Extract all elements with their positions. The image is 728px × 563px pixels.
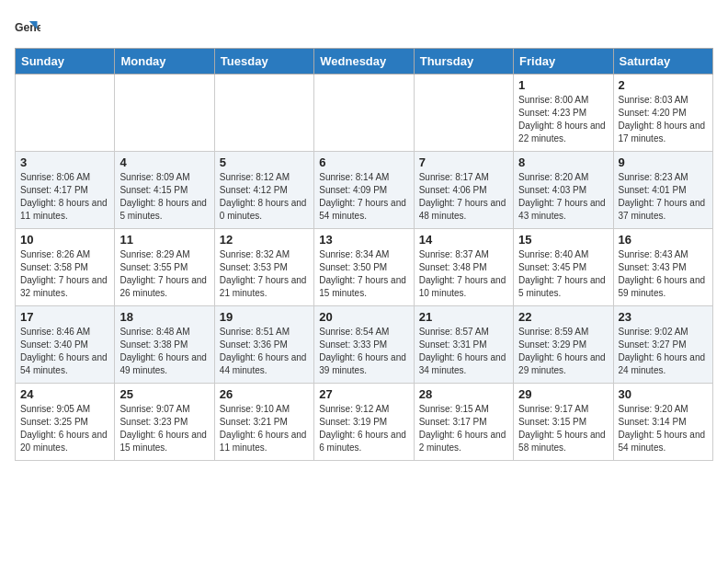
day-info: Sunrise: 8:37 AM Sunset: 3:48 PM Dayligh… — [419, 248, 508, 300]
calendar-cell: 30Sunrise: 9:20 AM Sunset: 3:14 PM Dayli… — [613, 384, 712, 461]
day-info: Sunrise: 8:17 AM Sunset: 4:06 PM Dayligh… — [419, 171, 508, 223]
calendar-week-3: 10Sunrise: 8:26 AM Sunset: 3:58 PM Dayli… — [16, 229, 713, 306]
logo-icon: General — [15, 15, 40, 40]
day-info: Sunrise: 9:07 AM Sunset: 3:23 PM Dayligh… — [119, 403, 209, 454]
day-number: 18 — [119, 310, 209, 324]
calendar-cell: 2Sunrise: 8:03 AM Sunset: 4:20 PM Daylig… — [613, 75, 712, 152]
calendar-cell: 14Sunrise: 8:37 AM Sunset: 3:48 PM Dayli… — [414, 229, 513, 306]
calendar-cell: 7Sunrise: 8:17 AM Sunset: 4:06 PM Daylig… — [414, 152, 513, 229]
day-number: 13 — [319, 233, 408, 247]
calendar-cell: 18Sunrise: 8:48 AM Sunset: 3:38 PM Dayli… — [115, 306, 214, 384]
calendar-cell — [414, 75, 513, 152]
day-number: 22 — [518, 310, 608, 324]
calendar-body: 1Sunrise: 8:00 AM Sunset: 4:23 PM Daylig… — [16, 75, 713, 461]
weekday-header-saturday: Saturday — [613, 49, 712, 75]
day-number: 27 — [319, 387, 408, 401]
calendar-cell — [115, 75, 214, 152]
calendar-cell: 6Sunrise: 8:14 AM Sunset: 4:09 PM Daylig… — [314, 152, 414, 229]
day-info: Sunrise: 8:46 AM Sunset: 3:40 PM Dayligh… — [20, 326, 109, 377]
day-number: 28 — [419, 387, 508, 401]
day-info: Sunrise: 8:20 AM Sunset: 4:03 PM Dayligh… — [518, 171, 608, 223]
day-number: 26 — [220, 387, 309, 401]
calendar-cell: 12Sunrise: 8:32 AM Sunset: 3:53 PM Dayli… — [214, 229, 313, 306]
calendar-cell: 17Sunrise: 8:46 AM Sunset: 3:40 PM Dayli… — [16, 306, 115, 384]
day-number: 24 — [20, 387, 109, 401]
calendar-week-5: 24Sunrise: 9:05 AM Sunset: 3:25 PM Dayli… — [16, 384, 713, 461]
weekday-header-friday: Friday — [514, 49, 613, 75]
calendar-cell: 20Sunrise: 8:54 AM Sunset: 3:33 PM Dayli… — [314, 306, 414, 384]
calendar-cell: 28Sunrise: 9:15 AM Sunset: 3:17 PM Dayli… — [414, 384, 513, 461]
day-number: 12 — [220, 233, 309, 247]
calendar-cell: 29Sunrise: 9:17 AM Sunset: 3:15 PM Dayli… — [514, 384, 613, 461]
day-number: 29 — [518, 387, 608, 401]
day-number: 2 — [619, 78, 708, 92]
day-number: 19 — [220, 310, 309, 324]
calendar-cell: 5Sunrise: 8:12 AM Sunset: 4:12 PM Daylig… — [214, 152, 313, 229]
day-info: Sunrise: 8:26 AM Sunset: 3:58 PM Dayligh… — [20, 248, 109, 300]
day-number: 1 — [518, 78, 608, 92]
day-number: 11 — [119, 233, 209, 247]
day-number: 5 — [220, 155, 309, 169]
weekday-header-wednesday: Wednesday — [314, 49, 414, 75]
day-info: Sunrise: 9:12 AM Sunset: 3:19 PM Dayligh… — [319, 403, 408, 454]
calendar-cell: 23Sunrise: 9:02 AM Sunset: 3:27 PM Dayli… — [613, 306, 712, 384]
calendar-cell: 16Sunrise: 8:43 AM Sunset: 3:43 PM Dayli… — [613, 229, 712, 306]
day-number: 15 — [518, 233, 608, 247]
day-number: 21 — [419, 310, 508, 324]
day-info: Sunrise: 8:59 AM Sunset: 3:29 PM Dayligh… — [518, 326, 608, 377]
day-info: Sunrise: 9:17 AM Sunset: 3:15 PM Dayligh… — [518, 403, 608, 454]
day-info: Sunrise: 8:29 AM Sunset: 3:55 PM Dayligh… — [119, 248, 209, 300]
day-info: Sunrise: 9:05 AM Sunset: 3:25 PM Dayligh… — [20, 403, 109, 454]
calendar-cell: 15Sunrise: 8:40 AM Sunset: 3:45 PM Dayli… — [514, 229, 613, 306]
calendar-cell — [214, 75, 313, 152]
weekday-header-sunday: Sunday — [16, 49, 115, 75]
calendar-cell: 27Sunrise: 9:12 AM Sunset: 3:19 PM Dayli… — [314, 384, 414, 461]
day-info: Sunrise: 9:15 AM Sunset: 3:17 PM Dayligh… — [419, 403, 508, 454]
weekday-header: SundayMondayTuesdayWednesdayThursdayFrid… — [16, 49, 713, 75]
calendar-cell: 24Sunrise: 9:05 AM Sunset: 3:25 PM Dayli… — [16, 384, 115, 461]
day-number: 3 — [20, 155, 109, 169]
day-info: Sunrise: 9:20 AM Sunset: 3:14 PM Dayligh… — [619, 403, 708, 454]
calendar-week-4: 17Sunrise: 8:46 AM Sunset: 3:40 PM Dayli… — [16, 306, 713, 384]
day-info: Sunrise: 8:51 AM Sunset: 3:36 PM Dayligh… — [220, 326, 309, 377]
weekday-header-thursday: Thursday — [414, 49, 513, 75]
day-info: Sunrise: 8:32 AM Sunset: 3:53 PM Dayligh… — [220, 248, 309, 300]
day-number: 7 — [419, 155, 508, 169]
calendar-cell: 13Sunrise: 8:34 AM Sunset: 3:50 PM Dayli… — [314, 229, 414, 306]
header: General — [15, 15, 713, 40]
day-info: Sunrise: 8:54 AM Sunset: 3:33 PM Dayligh… — [319, 326, 408, 377]
day-info: Sunrise: 8:40 AM Sunset: 3:45 PM Dayligh… — [518, 248, 608, 300]
calendar-cell — [314, 75, 414, 152]
calendar-cell — [16, 75, 115, 152]
day-info: Sunrise: 8:00 AM Sunset: 4:23 PM Dayligh… — [518, 94, 608, 145]
calendar-cell: 8Sunrise: 8:20 AM Sunset: 4:03 PM Daylig… — [514, 152, 613, 229]
day-number: 16 — [619, 233, 708, 247]
day-info: Sunrise: 8:12 AM Sunset: 4:12 PM Dayligh… — [220, 171, 309, 223]
day-info: Sunrise: 9:10 AM Sunset: 3:21 PM Dayligh… — [220, 403, 309, 454]
day-number: 20 — [319, 310, 408, 324]
day-info: Sunrise: 9:02 AM Sunset: 3:27 PM Dayligh… — [619, 326, 708, 377]
day-info: Sunrise: 8:23 AM Sunset: 4:01 PM Dayligh… — [619, 171, 708, 223]
calendar-cell: 10Sunrise: 8:26 AM Sunset: 3:58 PM Dayli… — [16, 229, 115, 306]
day-info: Sunrise: 8:34 AM Sunset: 3:50 PM Dayligh… — [319, 248, 408, 300]
day-info: Sunrise: 8:14 AM Sunset: 4:09 PM Dayligh… — [319, 171, 408, 223]
calendar-cell: 26Sunrise: 9:10 AM Sunset: 3:21 PM Dayli… — [214, 384, 313, 461]
calendar-cell: 25Sunrise: 9:07 AM Sunset: 3:23 PM Dayli… — [115, 384, 214, 461]
logo: General — [15, 15, 44, 40]
day-info: Sunrise: 8:03 AM Sunset: 4:20 PM Dayligh… — [619, 94, 708, 145]
calendar-cell: 4Sunrise: 8:09 AM Sunset: 4:15 PM Daylig… — [115, 152, 214, 229]
day-number: 14 — [419, 233, 508, 247]
calendar-cell: 11Sunrise: 8:29 AM Sunset: 3:55 PM Dayli… — [115, 229, 214, 306]
day-info: Sunrise: 8:43 AM Sunset: 3:43 PM Dayligh… — [619, 248, 708, 300]
weekday-header-monday: Monday — [115, 49, 214, 75]
calendar-week-2: 3Sunrise: 8:06 AM Sunset: 4:17 PM Daylig… — [16, 152, 713, 229]
day-info: Sunrise: 8:09 AM Sunset: 4:15 PM Dayligh… — [119, 171, 209, 223]
day-number: 8 — [518, 155, 608, 169]
calendar-cell: 21Sunrise: 8:57 AM Sunset: 3:31 PM Dayli… — [414, 306, 513, 384]
calendar-table: SundayMondayTuesdayWednesdayThursdayFrid… — [15, 48, 713, 461]
day-number: 4 — [119, 155, 209, 169]
calendar-cell: 19Sunrise: 8:51 AM Sunset: 3:36 PM Dayli… — [214, 306, 313, 384]
day-number: 10 — [20, 233, 109, 247]
calendar-cell: 1Sunrise: 8:00 AM Sunset: 4:23 PM Daylig… — [514, 75, 613, 152]
calendar-week-1: 1Sunrise: 8:00 AM Sunset: 4:23 PM Daylig… — [16, 75, 713, 152]
